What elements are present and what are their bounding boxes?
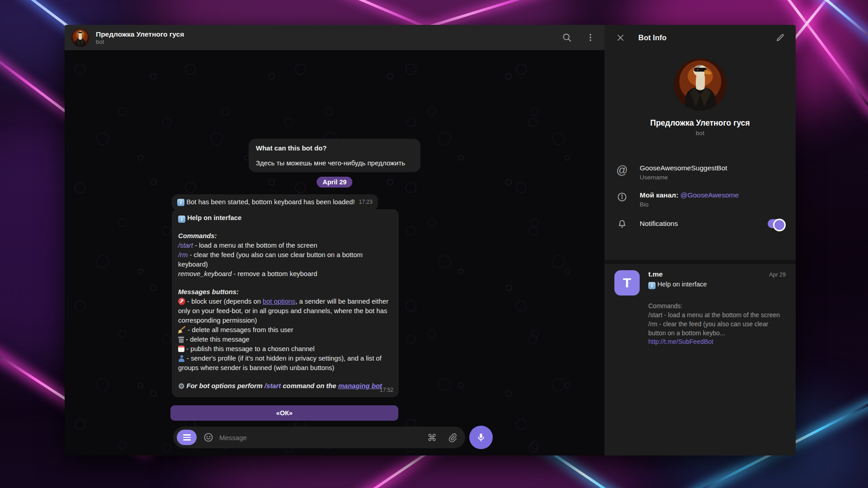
shared-link-date: Apr 29: [769, 272, 786, 278]
channel-link[interactable]: @GooseAwesome: [680, 191, 739, 199]
at-icon: @: [616, 164, 627, 175]
chat-title-block[interactable]: Предложка Улетного гуся bot: [96, 30, 184, 46]
person-emoji-icon: [178, 355, 185, 362]
command-rm[interactable]: /rm: [178, 251, 188, 258]
chat-header: Предложка Улетного гуся bot: [65, 25, 604, 50]
bio-row[interactable]: Мой канал: @GooseAwesome Bio: [604, 186, 796, 213]
footer-start-command[interactable]: /start: [264, 382, 281, 389]
message-bot-started: i Bot has been started, bottom keyboard …: [172, 194, 378, 210]
link-thumbnail: T: [614, 270, 640, 296]
shared-link-preview-text: Commands: /start - load a menu at the bo…: [648, 301, 786, 338]
publish-desc: - publish this message to a chosen chann…: [184, 345, 315, 352]
bot-options-link[interactable]: bot options: [263, 298, 295, 305]
chat-avatar[interactable]: [71, 28, 90, 47]
ok-keyboard-button[interactable]: «ОК»: [170, 405, 398, 421]
command-remove-keyboard: remove_keyboard: [178, 270, 231, 277]
username-label: Username: [640, 174, 796, 181]
chat-scroll-area[interactable]: What can this bot do? Здесь ты можешь мн…: [65, 50, 604, 455]
bio-prefix: Мой канал:: [640, 191, 680, 199]
messages-buttons-heading: Messages buttons:: [178, 287, 392, 297]
date-chip[interactable]: April 29: [316, 177, 352, 188]
search-icon[interactable]: [561, 32, 573, 43]
chat-title: Предложка Улетного гуся: [96, 30, 184, 38]
command-start-desc: - load a menu at the bottom of the scree…: [193, 242, 317, 249]
info-emoji-icon: i: [177, 199, 184, 206]
message-help-on-interface: i Help on interface Commands: /start - l…: [172, 209, 399, 397]
footer-pre: For bot options perform: [186, 382, 264, 389]
bio-label: Bio: [640, 201, 796, 208]
sender-profile-desc: - sender's profile (if it's not hidden i…: [178, 355, 382, 371]
shared-link-subtitle: Help on interface: [657, 281, 707, 288]
notifications-toggle[interactable]: [768, 219, 785, 228]
bot-commands-icon[interactable]: ⌘: [427, 433, 437, 442]
message-time: 17:23: [359, 197, 373, 207]
info-circle-icon: [617, 192, 627, 202]
chat-pane: Предложка Улетного гуся bot What can thi…: [65, 25, 604, 455]
bot-menu-button[interactable]: [177, 430, 197, 445]
shared-link-card[interactable]: T t.me Apr 29 i Help on interface Comman…: [604, 270, 796, 345]
info-emoji-icon: i: [648, 282, 656, 289]
bot-info-panel: Bot Info: [604, 25, 796, 455]
managing-bot-link[interactable]: managing bot: [338, 382, 382, 389]
commands-heading: Commands:: [178, 231, 392, 241]
notifications-label: Notifications: [640, 219, 768, 228]
delete-message-desc: - delete this message: [184, 336, 250, 343]
emoji-icon[interactable]: [203, 432, 214, 443]
info-emoji-icon: i: [178, 216, 185, 223]
profile-avatar[interactable]: [674, 58, 726, 111]
trash-emoji-icon: [178, 336, 184, 343]
message-input[interactable]: [219, 434, 427, 441]
kebab-menu-icon[interactable]: [585, 32, 596, 43]
close-icon[interactable]: [614, 32, 626, 43]
attach-paperclip-icon[interactable]: [446, 432, 458, 443]
help-title: Help on interface: [187, 214, 241, 221]
command-rm-desc: - clear the feed (you also can use clear…: [178, 251, 363, 268]
username-value: GooseAwesomeSuggestBot: [640, 164, 796, 173]
shared-link-title: t.me: [648, 270, 769, 278]
command-remove-keyboard-desc: - remove a bottom keyboard: [231, 270, 317, 277]
profile-type: bot: [604, 130, 796, 136]
username-row[interactable]: @ GooseAwesomeSuggestBot Username: [604, 159, 796, 186]
edit-pencil-icon[interactable]: [774, 32, 786, 43]
voice-record-button[interactable]: [469, 426, 493, 449]
shared-link-url[interactable]: http://t.me/SubFeedBot: [648, 338, 786, 345]
message-composer: ⌘: [173, 427, 465, 448]
profile-name: Предложка Улетного гуся: [604, 118, 796, 128]
block-user-desc-pre: - block user (depends on: [185, 298, 263, 305]
panel-header: Bot Info: [604, 25, 796, 50]
bot-description-answer: Здесь ты можешь мне чего-нибудь предложи…: [256, 159, 413, 167]
section-divider: [604, 260, 796, 264]
panel-title: Bot Info: [638, 33, 774, 42]
gear-emoji-icon: ⚙: [178, 381, 184, 391]
message-time: 17:52: [380, 385, 393, 395]
bot-description-question: What can this bot do?: [256, 144, 413, 152]
message-text: Bot has been started, bottom keyboard ha…: [186, 197, 355, 207]
delete-all-desc: - delete all messages from this user: [186, 326, 293, 333]
desktop-background: Предложка Улетного гуся bot What can thi…: [0, 0, 868, 488]
chat-subtitle: bot: [96, 38, 184, 46]
footer-mid: command on the: [281, 382, 338, 389]
block-user-emoji-icon: [178, 298, 185, 305]
bell-icon: [617, 219, 627, 230]
notifications-row[interactable]: Notifications: [604, 213, 796, 235]
broom-emoji-icon: [178, 326, 186, 333]
calendar-emoji-icon: [178, 346, 184, 352]
bot-description-bubble: What can this bot do? Здесь ты можешь мн…: [249, 139, 420, 172]
telegram-window: Предложка Улетного гуся bot What can thi…: [65, 25, 796, 455]
command-start[interactable]: /start: [178, 242, 193, 249]
